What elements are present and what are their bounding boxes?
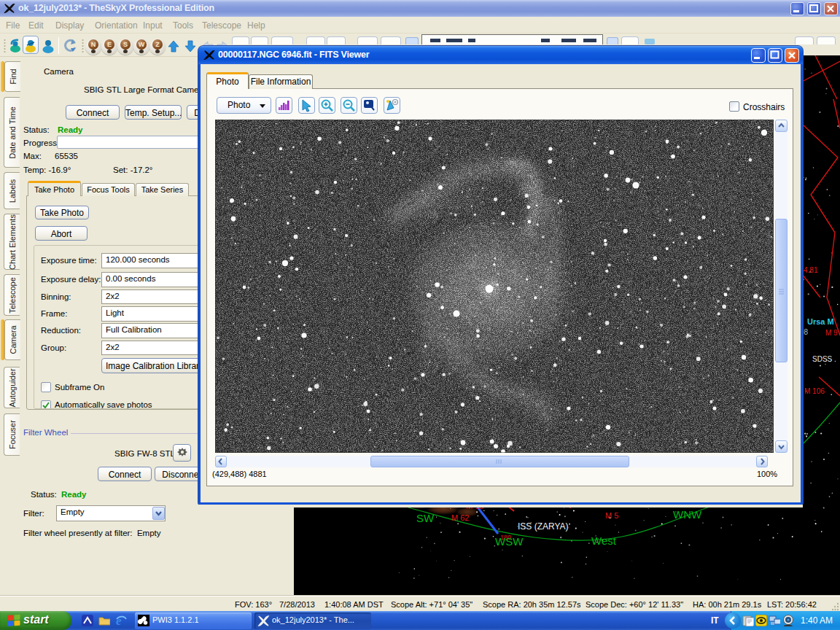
svg-text:M 5: M 5 (605, 511, 618, 520)
svg-text:WNW: WNW (673, 508, 702, 521)
svg-text:M 9: M 9 (825, 329, 838, 337)
svg-text:M 62: M 62 (451, 513, 469, 522)
svg-text:West: West (591, 534, 617, 547)
svg-text:ISS (ZARYA): ISS (ZARYA) (518, 521, 569, 532)
svg-text:SW: SW (416, 512, 435, 524)
svg-text:WSW: WSW (495, 535, 524, 548)
svg-text:4.81: 4.81 (804, 266, 818, 274)
svg-text:Ursa M: Ursa M (807, 317, 834, 326)
svg-text:M 106: M 106 (804, 387, 825, 395)
svg-text:SDSS .: SDSS . (812, 355, 836, 363)
